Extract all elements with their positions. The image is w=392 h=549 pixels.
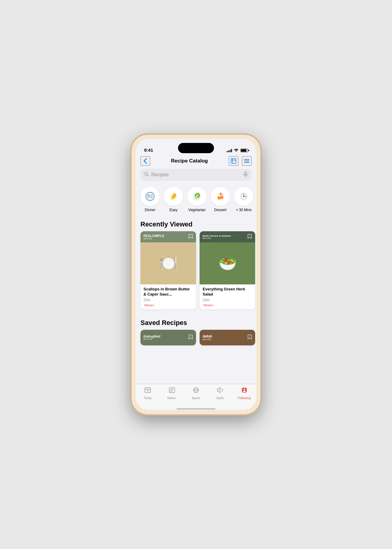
recipe-card-salad[interactable]: Better Homes & Gardens RECIPE Everything… [200,231,255,309]
nav-actions [229,156,252,166]
bookmark-icon-bhg[interactable] [247,234,252,240]
category-dinner-icon [140,187,160,206]
svg-text:🤌: 🤌 [170,193,177,200]
category-dessert[interactable]: 🍰 Dessert [211,187,230,212]
recipe-title-salad: Everything Green Herb Salad [203,287,252,297]
newsplus-label-salad: News+ [204,303,214,307]
source-name-bhg: Better Homes & Gardens [203,235,231,237]
svg-rect-8 [245,171,246,174]
svg-text:🍰: 🍰 [217,193,224,200]
saved-bookmark-eatingwell[interactable] [188,334,193,341]
status-time: 9:41 [144,147,153,153]
home-indicator-bar [176,408,216,410]
recipe-card-scallops[interactable]: REALSIMPLE RECIPE Scallops in Brown Butt… [140,231,196,309]
tab-following-label: Following [238,396,251,400]
source-name-realsimple: REALSIMPLE [143,234,164,238]
dynamic-island [178,143,214,153]
category-easy[interactable]: 🤌 Easy [164,187,183,212]
newsplus-badge-salad: News+ [203,303,252,307]
recipe-source-realsimple: REALSIMPLE RECIPE [143,234,164,240]
category-30mins-icon [234,187,253,206]
saved-source-name-eatingwell: EatingWell [143,335,160,338]
tab-audio-icon [216,387,224,396]
svg-point-30 [147,390,148,391]
wifi-icon [234,148,239,153]
category-vegetarian[interactable]: 🥬 Vegetarian [187,187,207,212]
phone-frame: 9:41 [131,135,261,414]
search-placeholder: Recipes [151,172,241,177]
page-title: Recipe Catalog [171,158,208,164]
svg-point-22 [243,196,244,197]
category-dessert-label: Dessert [214,208,226,212]
search-icon [144,172,149,178]
search-bar[interactable]: Recipes [140,169,252,181]
recipe-image-salad [200,242,255,284]
saved-card-eatingwell[interactable]: EatingWell RECIPE [140,330,196,345]
category-30mins-label: < 30 Mins [236,208,252,212]
tab-sports-icon [192,387,200,396]
recipe-time-salad: 20m [203,298,252,302]
tab-audio-label: Audio [216,396,224,400]
recipe-card-header-realsimple: REALSIMPLE RECIPE [140,231,196,242]
svg-text:🥬: 🥬 [193,193,201,200]
saved-source-delish: delish RECIPE [203,334,212,341]
category-dessert-icon: 🍰 [211,187,230,206]
recently-viewed-header: Recently Viewed [136,216,256,231]
recipe-card-body-scallops: Scallops in Brown Butter & Caper Sauc...… [140,284,196,309]
category-vegetarian-icon: 🥬 [187,187,207,206]
newsplus-badge-scallops: News+ [143,303,193,307]
battery-icon [240,149,248,152]
tab-sports-label: Sports [192,396,201,400]
tab-newsplus-label: News+ [167,396,176,400]
category-vegetarian-label: Vegetarian [188,208,205,212]
search-container: Recipes [136,169,256,184]
tab-bar: Today News+ Sports Audio [136,384,256,409]
saved-card-delish[interactable]: delish RECIPE [200,330,255,345]
category-dinner[interactable]: Dinner [140,187,160,212]
svg-rect-0 [231,159,236,163]
saved-card-header-delish: delish RECIPE [200,330,255,345]
menu-button[interactable] [242,156,252,166]
tab-sports[interactable]: Sports [184,387,208,400]
tab-today-label: Today [144,396,152,400]
tab-following-icon [241,387,248,396]
saved-recipes-scroll: EatingWell RECIPE delish RECIPE [136,330,256,353]
recipe-card-header-bhg: Better Homes & Gardens RECIPE [200,231,255,242]
bookmark-icon-realsimple[interactable] [188,234,193,240]
saved-source-eatingwell: EatingWell RECIPE [143,335,160,340]
recipe-source-bhg: Better Homes & Gardens RECIPE [203,235,231,239]
svg-point-38 [243,389,245,390]
recipe-time-scallops: 20m [143,298,193,302]
svg-line-7 [147,175,149,176]
tab-following[interactable]: Following [232,387,256,400]
saved-source-type-eatingwell: RECIPE [143,338,160,340]
saved-bookmark-delish[interactable] [247,334,252,341]
home-indicator [136,409,256,410]
signal-bars-icon [227,149,232,152]
back-button[interactable] [140,156,150,166]
source-type-bhg: RECIPE [203,237,231,239]
mic-icon[interactable] [243,171,248,178]
status-icons [227,148,248,153]
category-easy-icon: 🤌 [164,187,183,206]
tab-audio[interactable]: Audio [208,387,232,400]
bookmark-button[interactable] [229,156,238,166]
saved-card-header-eatingwell: EatingWell RECIPE [140,330,196,345]
saved-source-name-delish: delish [203,334,212,338]
categories-row: Dinner 🤌 Easy [136,184,256,216]
category-easy-label: Easy [170,208,178,212]
tab-today[interactable]: Today [136,387,160,400]
newsplus-label-scallops: News+ [144,303,155,307]
tab-newsplus[interactable]: News+ [160,387,184,400]
saved-source-type-delish: RECIPE [203,338,212,341]
category-30mins[interactable]: < 30 Mins [234,187,253,212]
saved-recipes-header: Saved Recipes [136,314,256,330]
content-area[interactable]: Recipe Catalog Recipes [136,155,256,384]
recipe-card-body-salad: Everything Green Herb Salad 20m News+ [200,284,255,309]
category-dinner-label: Dinner [145,208,155,212]
phone-screen: 9:41 [136,139,256,410]
source-type-realsimple: RECIPE [143,238,164,240]
tab-newsplus-icon [168,387,176,396]
recipe-image-scallops [140,242,196,284]
tab-today-icon [144,387,151,396]
